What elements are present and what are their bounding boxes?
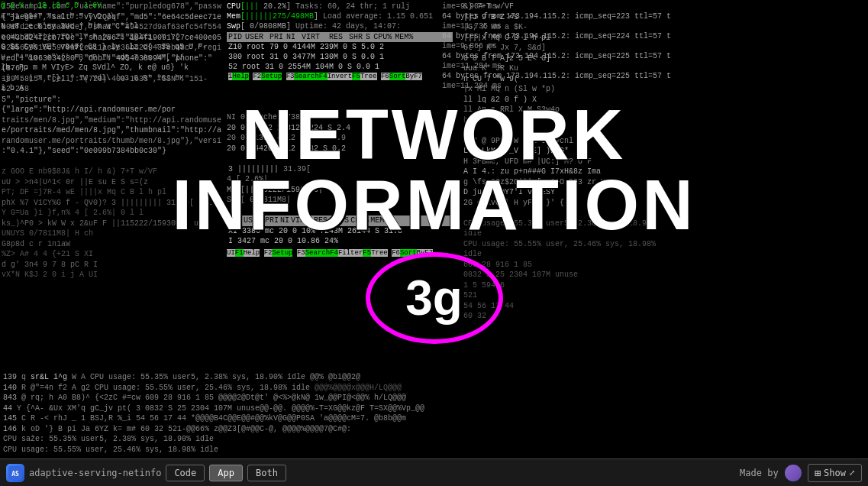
signal-strength-indicator: 3g (366, 252, 503, 344)
bottom-toolbar: AS adaptive-serving-netinfo Code App Bot… (0, 458, 868, 486)
svg-text:AS: AS (11, 471, 19, 478)
author-avatar (785, 465, 802, 481)
signal-label: 3g (405, 270, 463, 326)
show-icon: ⊞ (815, 467, 821, 479)
app-name-label: adaptive-serving-netinfo (29, 468, 161, 478)
show-label: Show (824, 468, 846, 478)
app-logo-icon: AS (8, 466, 22, 480)
terminal-htop: CPU[||| 20.2%] Tasks: 60, 24 thr; 1 rulj… (225, 0, 454, 111)
app-icon: AS (6, 464, 24, 482)
tab-app[interactable]: App (209, 465, 243, 481)
expand-icon: ⤢ (849, 468, 855, 477)
show-button[interactable]: ⊞ Show ⤢ (808, 464, 862, 482)
made-by-label: Made by (740, 468, 779, 478)
terminal-ping: ime=9.904 ms 64 bytes from 173.194.115.2… (440, 0, 868, 111)
terminal-bottom-lines: 139 q sr&L i^g W A CPU usage: 55.35% use… (0, 371, 868, 458)
app-info: AS adaptive-serving-netinfo Code App Bot… (6, 464, 286, 482)
bottom-right-section: Made by ⊞ Show ⤢ (740, 464, 862, 482)
terminal-background: 15@example.com","username":"purpledog678… (0, 0, 868, 486)
tab-both[interactable]: Both (247, 465, 286, 481)
tab-code[interactable]: Code (166, 465, 205, 481)
